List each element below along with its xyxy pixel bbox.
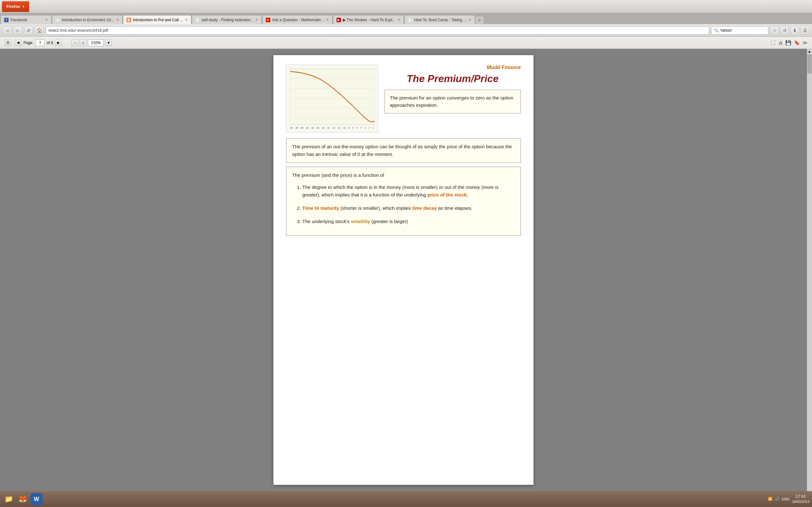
network-icon: 📶 — [768, 497, 772, 501]
item1-highlight: price of the stock — [427, 192, 467, 198]
expand-panel-icon[interactable]: ☰ — [4, 39, 11, 46]
next-page-button[interactable]: ▶ — [55, 39, 62, 46]
home-button[interactable]: 🏠 — [35, 26, 44, 35]
out-money-text: The premium of an out-the-money option c… — [292, 144, 512, 157]
item1-text-before: The degree to which the option is in the… — [302, 184, 499, 198]
back-button[interactable]: ◀ — [3, 26, 11, 35]
system-tray: 📶 🔊 ENG 17:41 18/03/2014 — [768, 494, 809, 504]
tab-putcall[interactable]: 📄 Introduction to Put and Call ... ✕ — [123, 15, 191, 24]
tab-favicon: f — [4, 18, 9, 22]
prev-page-button[interactable]: ◀ — [14, 39, 21, 46]
more-tools-icon[interactable]: ≫ — [803, 40, 808, 46]
volume-icon: 🔊 — [775, 497, 779, 501]
item3-text-before: The underlying stock's — [302, 219, 351, 224]
tab-facebook[interactable]: f Facebook ✕ — [1, 15, 51, 24]
tab-close-icon[interactable]: ✕ — [468, 18, 471, 22]
tab-favicon: 📄 — [408, 18, 412, 22]
list-item-3: The underlying stock's volatility (great… — [302, 218, 515, 225]
firefox-label: Firefox — [6, 4, 20, 9]
title-bar: Firefox — [0, 0, 812, 13]
print-icon[interactable]: 🖨 — [778, 40, 783, 46]
tab-favicon: 🔶 — [266, 18, 270, 22]
zoom-out-button[interactable]: − — [71, 39, 78, 46]
convergence-info-box: The premium for an option converges to z… — [385, 90, 521, 113]
chart-box: 3028262422 2018161412 108654 321 — [286, 65, 378, 132]
scrollbar-up-arrow[interactable]: ▲ — [808, 49, 811, 53]
item1-text-after: . — [467, 192, 468, 198]
function-intro: The premium (and the price) is a functio… — [292, 171, 515, 179]
tab-favicon: 📄 — [195, 18, 200, 22]
function-box: The premium (and the price) is a functio… — [286, 167, 521, 236]
yahoo-icon: 🔍 — [714, 28, 719, 33]
search-box[interactable]: 🔍 Yahoo! — [711, 26, 768, 35]
item2-text-middle: (shorter is smaller), which implies — [339, 205, 412, 211]
pdf-page: 3028262422 2018161412 108654 321 Mudd Fi… — [273, 55, 534, 485]
bookmark-icon[interactable]: 🔖 — [794, 40, 800, 46]
fullscreen-icon[interactable]: ⛶ — [771, 40, 775, 46]
list-item-2: Time to maturity (shorter is smaller), w… — [302, 205, 515, 212]
page-input[interactable] — [35, 39, 45, 46]
tab-economics[interactable]: 📄 Introduction to Economics 10... ✕ — [52, 15, 122, 24]
svg-rect-0 — [290, 69, 374, 124]
page-total: of 8 — [47, 41, 53, 45]
download-icon[interactable]: ⬇ — [791, 26, 799, 35]
zoom-input[interactable] — [88, 39, 104, 46]
tab-label: Introduction to Economics 10... — [62, 18, 114, 22]
premium-chart — [290, 68, 374, 125]
tab-label: ▶ The Strokes - Hard To Expl... — [343, 18, 396, 22]
item3-highlight: volatility — [351, 219, 370, 224]
tab-label: self study - Finding estimator... — [202, 18, 253, 22]
clock-display: 17:41 18/03/2014 — [792, 494, 809, 504]
tab-label: Introduction to Put and Call ... — [133, 18, 183, 22]
language-indicator: ENG — [782, 497, 790, 501]
tabs-bar: f Facebook ✕ 📄 Introduction to Economics… — [0, 13, 812, 24]
new-tab-button[interactable]: + — [475, 16, 484, 24]
main-area: 3028262422 2018161412 108654 321 Mudd Fi… — [0, 49, 812, 491]
save-icon[interactable]: 💾 — [785, 40, 792, 46]
firefox-taskbar-icon[interactable]: 🦊 — [16, 493, 29, 505]
tab-askquestion[interactable]: 🔶 Ask a Question - Mathematic... ✕ — [262, 15, 333, 24]
nav-bar: ◀ ▶ ↺ 🏠 www2.hmc.edu/~evans/e10418.pdf 🔍… — [0, 24, 812, 37]
zoom-dropdown-button[interactable]: ▼ — [105, 39, 112, 46]
tab-favicon: 📄 — [55, 18, 60, 22]
folder-taskbar-icon[interactable]: 📁 — [3, 493, 14, 505]
date-display: 18/03/2014 — [792, 499, 809, 504]
menu-icon[interactable]: ☰ — [801, 26, 809, 35]
word-taskbar-icon[interactable]: W — [31, 493, 43, 505]
bookmark-star-icon[interactable]: ☆ — [770, 26, 779, 35]
tab-label: Facebook — [10, 18, 27, 22]
tab-close-icon[interactable]: ✕ — [326, 18, 329, 22]
time-display: 17:41 — [792, 494, 809, 499]
tab-bootcamp[interactable]: 📄 How To: Boot Camp - Taking ... ✕ — [404, 15, 475, 24]
pdf-toolbar: ☰ ◀ Page: of 8 ▶ − + ▼ ⛶ 🖨 💾 🔖 ≫ — [0, 37, 812, 49]
convergence-text: The premium for an option converges to z… — [390, 95, 513, 108]
tab-favicon: ▶ — [337, 18, 341, 22]
toolbar-right-icons: ⛶ 🖨 💾 🔖 ≫ — [771, 40, 808, 46]
tab-close-icon[interactable]: ✕ — [397, 18, 400, 22]
item2-label1: Time to maturity — [302, 205, 339, 211]
zoom-in-button[interactable]: + — [80, 39, 87, 46]
scrollbar-right[interactable]: ▲ — [807, 49, 812, 491]
zoom-controls: − + ▼ — [71, 39, 112, 46]
tab-close-icon[interactable]: ✕ — [255, 18, 258, 22]
function-list: The degree to which the option is in the… — [292, 183, 515, 225]
scrollbar-thumb[interactable] — [807, 55, 812, 73]
tab-close-icon[interactable]: ✕ — [45, 18, 48, 22]
tab-close-icon[interactable]: ✕ — [116, 18, 119, 22]
reload-button[interactable]: ↺ — [24, 26, 33, 35]
forward-button[interactable]: ▶ — [13, 26, 22, 35]
pdf-viewer: 3028262422 2018161412 108654 321 Mudd Fi… — [0, 49, 807, 491]
item3-text-after: (greater is larger) — [370, 219, 408, 224]
address-text: www2.hmc.edu/~evans/e10418.pdf — [49, 28, 108, 33]
firefox-button[interactable]: Firefox — [2, 1, 29, 12]
nav-extra-buttons: ☆ ↺ ⬇ ☰ — [770, 26, 809, 35]
refresh-icon[interactable]: ↺ — [780, 26, 789, 35]
address-bar[interactable]: www2.hmc.edu/~evans/e10418.pdf — [46, 26, 709, 35]
taskbar: 📁 🦊 W 📶 🔊 ENG 17:41 18/03/2014 — [0, 491, 812, 507]
tab-close-icon[interactable]: ✕ — [185, 18, 188, 22]
mudd-finance-label: Mudd Finance — [385, 65, 521, 70]
tab-strokes[interactable]: ▶ ▶ The Strokes - Hard To Expl... ✕ — [333, 15, 404, 24]
search-placeholder: Yahoo! — [720, 28, 732, 33]
tab-selfstudy[interactable]: 📄 self study - Finding estimator... ✕ — [192, 15, 262, 24]
chart-x-labels: 3028262422 2018161412 108654 321 — [290, 127, 374, 129]
